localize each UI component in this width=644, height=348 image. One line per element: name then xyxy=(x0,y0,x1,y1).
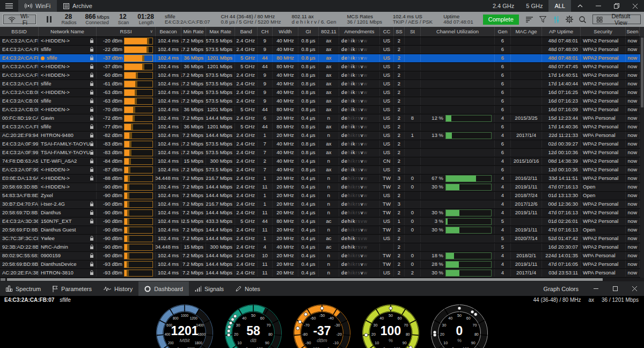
svg-text:40: 40 xyxy=(242,316,246,321)
column-header-st[interactable]: St xyxy=(405,27,421,37)
column-header-w[interactable]: Width xyxy=(273,27,298,37)
complete-status-button[interactable]: Complete xyxy=(483,15,519,25)
table-row[interactable]: E4:C3:2A:CA:FB:06sflife-22 dBm102.4 ms17… xyxy=(0,46,644,54)
table-row[interactable]: 74:F8:DB:63:A5:A2LTE-WiFi_A5A2-84 dBm102… xyxy=(0,157,644,166)
panel-maximize-button[interactable] xyxy=(605,281,625,296)
cell-bc: 102.4 ms xyxy=(156,183,181,191)
column-header-am[interactable]: Amendments xyxy=(339,27,380,37)
cell-am: d e h i k r s v w xyxy=(339,200,380,208)
column-header-bd[interactable]: Band xyxy=(235,27,258,37)
table-row[interactable]: E4:C3:2A:3D:36:F5150N7F_EXT-90 dBm102.4 … xyxy=(0,218,644,226)
column-header-ss[interactable]: SS xyxy=(394,27,405,37)
table-row[interactable]: 92:3B:AD:22:8B:71NRC-Admin-90 dBm104.448… xyxy=(0,243,644,252)
table-row[interactable]: 00:FC:8D:19:CA:48Gavin-72 dBm102.4 ms7.2… xyxy=(0,114,644,123)
table-row[interactable]: EA:C3:2A:CB:0D:7F<-HIDDEN->-70 dBm102.4 … xyxy=(0,106,644,114)
column-header-ch[interactable]: CH xyxy=(258,27,273,37)
hamburger-icon xyxy=(5,3,13,9)
table-row[interactable]: 20:58:69:7D:8B:38Dianthus-90 dBm102.4 ms… xyxy=(0,209,644,218)
horizontal-scrollbar-thumb[interactable] xyxy=(7,278,603,281)
column-header-gi[interactable]: GI xyxy=(298,27,319,37)
table-row[interactable]: 54:83:3A:FB:8E:68Zyxel-90 dBm102.4 ms7.2… xyxy=(0,192,644,200)
default-view-button[interactable]: Default View xyxy=(592,15,641,24)
table-row[interactable]: 30:B7:D4:70:FA:68i-tser-2.4G-90 dBm102.4… xyxy=(0,200,644,209)
table-row[interactable]: EA:C3:2A:CB:0D:7E<-HIDDEN->-63 dBm102.4 … xyxy=(0,89,644,97)
table-row[interactable]: E0:0E:DA:13:6A:D0<-HIDDEN->-88 dBm104.44… xyxy=(0,175,644,183)
dashboard-panel: E4:C3:2A:CA:FB:07 sflife 44 (36-48) / 80… xyxy=(0,296,644,348)
band-tab-24ghz[interactable]: 2.4 GHz xyxy=(487,0,520,12)
table-row[interactable]: 3C:7C:3F:3C:C8:60Ywlee-90 dBm102.4 ms7.2… xyxy=(0,235,644,243)
collapse-ribbon-button[interactable] xyxy=(571,0,589,12)
table-row[interactable]: 20:58:69:BD:8B:38DianthusDevice-93 dBm10… xyxy=(0,260,644,269)
table-row[interactable]: E4:C3:2A:0F:99:32TSAI-FAMILY-TAOYUAN-83 … xyxy=(0,149,644,157)
table-row[interactable]: E4:C3:2A:CA:FB:0Asflife-61 dBm102.4 ms17… xyxy=(0,80,644,89)
tab-spectrum[interactable]: Spectrum xyxy=(0,281,47,296)
column-header-ma[interactable]: MAC Age xyxy=(511,27,542,37)
panel-minimize-button[interactable] xyxy=(586,281,605,296)
horizontal-scrollbar[interactable] xyxy=(0,278,644,281)
tab-signals[interactable]: Signals xyxy=(189,281,230,296)
tab-notes[interactable]: Notes xyxy=(230,281,266,296)
column-header-up[interactable]: AP Uptime xyxy=(542,27,581,37)
table-row[interactable]: EA:C3:2A:0F:99:32<-HIDDEN->-87 dBm102.4 … xyxy=(0,166,644,175)
column-header-n[interactable]: Network Name xyxy=(39,27,97,37)
column-header-mx[interactable]: Max Rate xyxy=(206,27,235,37)
vertical-scrollbar[interactable] xyxy=(640,37,644,278)
restore-button[interactable] xyxy=(608,0,626,12)
hamburger-menu-button[interactable] xyxy=(0,0,18,12)
column-header-mn[interactable]: Min Rate xyxy=(181,27,206,37)
column-header-rs[interactable]: RSSI∨ xyxy=(97,27,156,37)
column-header-sn[interactable]: Seen xyxy=(626,27,640,37)
cell-sd: ax xyxy=(319,166,339,173)
band-tab-5ghz[interactable]: 5 GHz xyxy=(520,0,548,12)
table-row[interactable]: EA:C3:2A:CA:FB:0A<-HIDDEN->-60 dBm102.4 … xyxy=(0,71,644,80)
cell-rs: -83 dBm xyxy=(97,140,156,148)
tab-archive[interactable]: Archive xyxy=(57,0,99,12)
panel-close-button[interactable] xyxy=(625,281,644,296)
table-row[interactable]: E4:C3:2A:0F:99:46TSAI-FAMILY-TAOYUAN-83 … xyxy=(0,140,644,149)
table-row[interactable]: 80:02:9C:55:68:760900159-90 dBm102.4 ms7… xyxy=(0,252,644,260)
scroll-left-button[interactable] xyxy=(1,278,5,281)
minimize-button[interactable] xyxy=(589,0,608,12)
cell-ss: 3 xyxy=(394,175,405,182)
column-header-u[interactable]: Channel Utilization xyxy=(421,27,495,37)
tools-button[interactable] xyxy=(550,13,563,25)
column-header-b[interactable]: BSSID xyxy=(0,27,39,37)
band-tab-all[interactable]: ALL xyxy=(548,0,571,12)
cell-up: 17d 14:40:51 xyxy=(542,71,581,79)
cell-b: EA:C3:2A:CA:FB:06 xyxy=(0,37,39,45)
cell-mx: 144.4 Mbps xyxy=(206,183,235,191)
settings-button[interactable]: [ xyxy=(563,13,576,25)
graph-colors-button[interactable]: Graph Colors xyxy=(536,286,586,292)
filter-button[interactable] xyxy=(536,13,550,25)
table-row[interactable]: EA:C3:2A:CA:FB:06<-HIDDEN->-20 dBm102.4 … xyxy=(0,37,644,46)
table-row[interactable]: AC:20:2E:FA:38:18HITRON-3810-93 dBm102.4… xyxy=(0,269,644,278)
column-header-sd[interactable]: 802.11 xyxy=(319,27,339,37)
sort-button[interactable] xyxy=(523,13,537,25)
tab-history[interactable]: History xyxy=(98,281,138,296)
tab-winfi[interactable]: WinFi xyxy=(18,0,57,12)
table-row[interactable]: E4:C3:2A:CA:FB:08sflife-77 dBm102.4 ms36… xyxy=(0,123,644,132)
table-row[interactable]: 20:58:69:FD:8B:38Dianthus Guest-90 dBm10… xyxy=(0,226,644,235)
cell-u xyxy=(421,54,495,62)
close-button[interactable] xyxy=(626,0,644,12)
cell-st: 0 xyxy=(405,218,421,225)
rssi-bar xyxy=(124,141,153,148)
column-header-gn[interactable]: Gen xyxy=(495,27,511,37)
table-row[interactable]: E4:C3:2A:CA:FB:07sflife-37 dBm102.4 ms36… xyxy=(0,54,644,63)
vertical-scrollbar-thumb[interactable] xyxy=(641,38,643,107)
table-row[interactable]: E4:C3:2A:CB:0D:7Esflife-63 dBm102.4 ms17… xyxy=(0,97,644,106)
table-row[interactable]: 20:58:69:3D:8B:38<-HIDDEN->-90 dBm102.4 … xyxy=(0,183,644,192)
column-header-bc[interactable]: Beacon xyxy=(156,27,181,37)
pause-icon[interactable] xyxy=(47,16,52,23)
cell-mx: 300 Mbps xyxy=(206,157,235,165)
table-row[interactable]: AC:20:2E:F9:94:88HITRON-9480-82 dBm102.4… xyxy=(0,132,644,140)
column-header-sec[interactable]: Security xyxy=(581,27,626,37)
column-header-cc[interactable]: CC xyxy=(380,27,394,37)
tab-dashboard[interactable]: Dashboard xyxy=(138,281,189,296)
tab-parameters[interactable]: Parameters xyxy=(47,281,98,296)
search-button[interactable] xyxy=(576,13,590,25)
cell-mn: 36 Mbps xyxy=(181,54,206,62)
cell-gi: 0.4 µs xyxy=(298,132,319,139)
wifi-adapter-button[interactable]: Wi-Fi xyxy=(3,15,36,24)
table-row[interactable]: EA:C3:2A:CA:FB:07<-HIDDEN->-37 dBm102.4 … xyxy=(0,63,644,71)
